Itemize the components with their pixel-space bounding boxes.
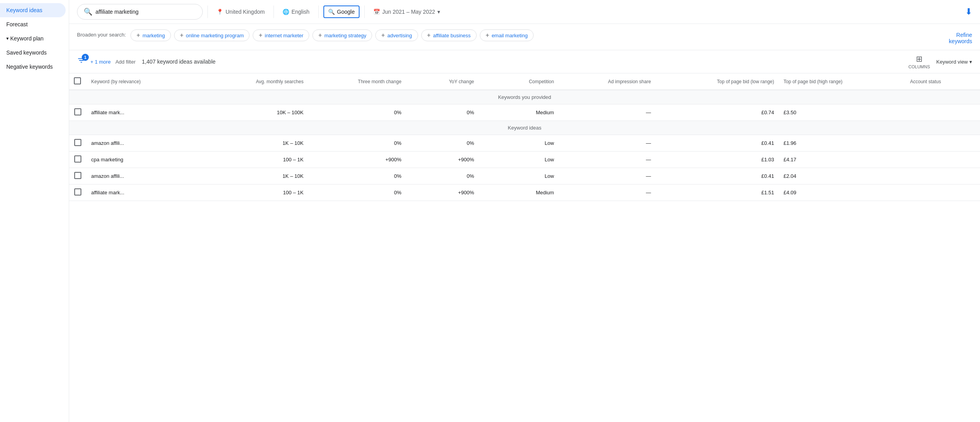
cell-keyword: cpa marketing xyxy=(86,152,203,168)
chip-marketing-strategy[interactable]: + marketing strategy xyxy=(312,29,372,41)
divider-2 xyxy=(273,5,274,18)
cell-ad_impression: — xyxy=(559,185,656,201)
divider-3 xyxy=(318,5,319,18)
chip-internet-marketer[interactable]: + internet marketer xyxy=(253,29,309,41)
plus-icon: + xyxy=(318,32,322,39)
keyword-table: Keyword (by relevance) Avg. monthly sear… xyxy=(69,73,980,201)
chip-advertising[interactable]: + advertising xyxy=(375,29,418,41)
cell-avg_monthly: 10K – 100K xyxy=(203,104,308,121)
chevron-down-icon: ▾ xyxy=(969,59,972,65)
sidebar-item-negative-keywords[interactable]: Negative keywords xyxy=(0,60,66,74)
broaden-bar: Broaden your search: + marketing + onlin… xyxy=(69,24,980,50)
cell-top_bid_high: £3.50 xyxy=(779,104,905,121)
date-range-selector[interactable]: 📅 Jun 2021 – May 2022 ▾ xyxy=(369,6,444,17)
add-filter-button[interactable]: Add filter xyxy=(116,59,136,65)
divider-1 xyxy=(207,5,208,18)
cell-account_status xyxy=(905,135,980,152)
columns-button[interactable]: ⊞ COLUMNS xyxy=(908,54,930,69)
cell-three_month: 0% xyxy=(308,185,406,201)
plus-icon: + xyxy=(136,32,140,39)
cell-avg_monthly: 1K – 10K xyxy=(203,135,308,152)
location-selector[interactable]: 📍 United Kingdom xyxy=(213,6,269,17)
chip-affiliate-business[interactable]: + affiliate business xyxy=(421,29,477,41)
cell-three_month: 0% xyxy=(308,168,406,185)
th-account-status[interactable]: Account status xyxy=(905,73,980,90)
table-row: amazon affili...1K – 10K0%0%Low—£0.41£2.… xyxy=(69,168,980,185)
search-box: 🔍 xyxy=(77,4,203,20)
cell-top_bid_low: £1.03 xyxy=(656,152,779,168)
search-engine-selector[interactable]: 🔍 Google xyxy=(323,5,360,18)
sidebar-item-keyword-plan[interactable]: ▾ Keyword plan xyxy=(0,31,69,46)
cell-top_bid_low: £0.41 xyxy=(656,168,779,185)
table-row: affiliate mark...10K – 100K0%0%Medium—£0… xyxy=(69,104,980,121)
header-checkbox[interactable] xyxy=(74,77,81,84)
more-filters-link[interactable]: + 1 more xyxy=(90,59,111,65)
cell-keyword: amazon affili... xyxy=(86,168,203,185)
th-top-bid-low[interactable]: Top of page bid (low range) xyxy=(656,73,779,90)
table-row: cpa marketing100 – 1K+900%+900%Low—£1.03… xyxy=(69,152,980,168)
chip-online-marketing-program[interactable]: + online marketing program xyxy=(174,29,250,41)
th-competition[interactable]: Competition xyxy=(479,73,559,90)
cell-competition: Low xyxy=(479,168,559,185)
sidebar-item-keyword-ideas[interactable]: Keyword ideas xyxy=(0,3,66,17)
cell-competition: Low xyxy=(479,135,559,152)
row-checkbox[interactable] xyxy=(74,172,81,179)
refine-keywords-button[interactable]: Refine keywords xyxy=(949,29,972,44)
plus-icon: + xyxy=(486,32,489,39)
chip-email-marketing[interactable]: + email marketing xyxy=(480,29,534,41)
sidebar-item-forecast[interactable]: Forecast xyxy=(0,17,66,31)
row-checkbox[interactable] xyxy=(74,188,81,195)
cell-competition: Medium xyxy=(479,104,559,121)
topbar: 🔍 📍 United Kingdom 🌐 English 🔍 Google � xyxy=(69,0,980,24)
chip-marketing[interactable]: + marketing xyxy=(130,29,171,41)
language-selector[interactable]: 🌐 English xyxy=(279,6,314,17)
filter-bar: 1 + 1 more Add filter 1,407 keyword idea… xyxy=(69,50,980,73)
download-button[interactable]: ⬇ xyxy=(965,7,972,17)
cell-account_status xyxy=(905,104,980,121)
th-keyword[interactable]: Keyword (by relevance) xyxy=(86,73,203,90)
th-checkbox xyxy=(69,73,86,90)
cell-ad_impression: — xyxy=(559,104,656,121)
row-checkbox[interactable] xyxy=(74,139,81,146)
table-body: Keywords you providedaffiliate mark...10… xyxy=(69,90,980,201)
plus-icon: + xyxy=(427,32,431,39)
cell-yoy: 0% xyxy=(406,135,479,152)
row-checkbox[interactable] xyxy=(74,108,81,115)
cell-top_bid_low: £1.51 xyxy=(656,185,779,201)
search-icon: 🔍 xyxy=(84,7,92,16)
cell-keyword: affiliate mark... xyxy=(86,185,203,201)
cell-avg_monthly: 1K – 10K xyxy=(203,168,308,185)
table-row: affiliate mark...100 – 1K0%+900%Medium—£… xyxy=(69,185,980,201)
chevron-down-icon: ▾ xyxy=(437,9,440,15)
th-top-bid-high[interactable]: Top of page bid (high range) xyxy=(779,73,905,90)
chevron-icon: ▾ xyxy=(6,36,9,41)
language-icon: 🌐 xyxy=(283,9,289,15)
keyword-view-button[interactable]: Keyword view ▾ xyxy=(936,59,972,65)
cell-yoy: +900% xyxy=(406,185,479,201)
th-three-month[interactable]: Three month change xyxy=(308,73,406,90)
filter-right: ⊞ COLUMNS Keyword view ▾ xyxy=(908,54,972,69)
cell-ad_impression: — xyxy=(559,135,656,152)
broaden-label: Broaden your search: xyxy=(77,29,126,38)
th-ad-impression[interactable]: Ad impression share xyxy=(559,73,656,90)
row-checkbox[interactable] xyxy=(74,155,81,163)
cell-keyword: affiliate mark... xyxy=(86,104,203,121)
divider-4 xyxy=(364,5,365,18)
plus-icon: + xyxy=(259,32,262,39)
location-icon: 📍 xyxy=(217,9,223,15)
th-avg-monthly[interactable]: Avg. monthly searches xyxy=(203,73,308,90)
cell-keyword: amazon affili... xyxy=(86,135,203,152)
search-input[interactable] xyxy=(95,9,174,15)
th-yoy[interactable]: YoY change xyxy=(406,73,479,90)
sidebar: Keyword ideas Forecast ▾ Keyword plan Sa… xyxy=(0,0,69,422)
sidebar-item-saved-keywords[interactable]: Saved keywords xyxy=(0,46,66,60)
table-header-row: Keyword (by relevance) Avg. monthly sear… xyxy=(69,73,980,90)
cell-yoy: 0% xyxy=(406,104,479,121)
cell-three_month: 0% xyxy=(308,135,406,152)
filter-badge: 1 xyxy=(82,54,89,61)
cell-account_status xyxy=(905,152,980,168)
cell-top_bid_low: £0.74 xyxy=(656,104,779,121)
table-section-row: Keyword ideas xyxy=(69,121,980,135)
cell-avg_monthly: 100 – 1K xyxy=(203,185,308,201)
cell-top_bid_high: £2.04 xyxy=(779,168,905,185)
